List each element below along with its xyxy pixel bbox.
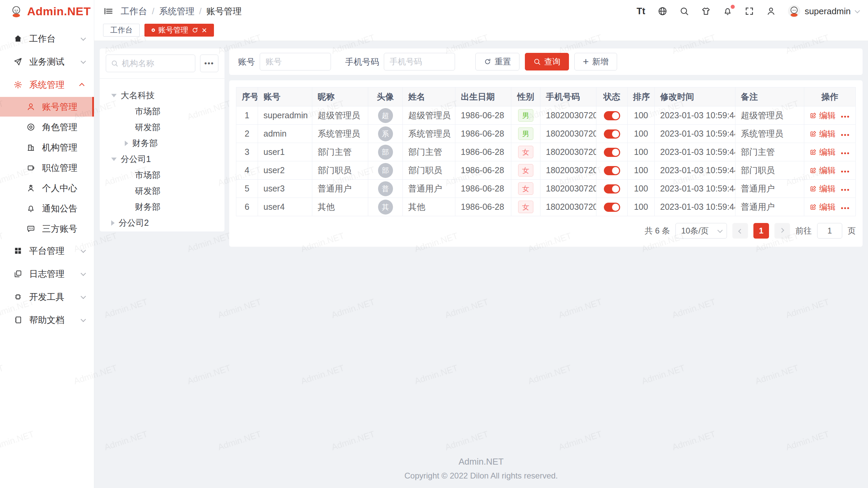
sidebar-item-dev-tools[interactable]: 开发工具 [0, 286, 94, 308]
chat-icon [26, 224, 35, 233]
language-icon[interactable] [657, 6, 668, 16]
status-toggle[interactable] [604, 111, 620, 120]
tree-node[interactable]: 市场部 [104, 167, 220, 183]
system-submenu: 账号管理 角色管理 机构管理 职位管理 个人中心 通知公告 [0, 97, 94, 239]
tree-node[interactable]: 研发部 [104, 183, 220, 199]
app-logo[interactable]: Admin.NET [0, 0, 94, 22]
sidebar-item-account-mgmt[interactable]: 账号管理 [0, 97, 94, 117]
sidebar-item-system-mgmt[interactable]: 系统管理 [0, 74, 94, 96]
sidebar-item-workbench[interactable]: 工作台 [0, 28, 94, 49]
status-toggle[interactable] [604, 203, 620, 212]
gender-badge: 男 [518, 109, 533, 122]
notification-bell-icon[interactable] [723, 6, 733, 16]
edit-button[interactable]: 编辑 [810, 110, 835, 121]
sidebar: Admin.NET 工作台 业务测试 系统管理 账号管理 角色管理 [0, 0, 94, 488]
search-icon[interactable] [679, 6, 689, 16]
close-icon[interactable]: × [202, 26, 207, 35]
edit-button[interactable]: 编辑 [810, 147, 835, 158]
chevron-down-icon [717, 227, 723, 233]
sidebar-item-platform-mgmt[interactable]: 平台管理 [0, 240, 94, 262]
logo-text: Admin.NET [27, 5, 91, 18]
row-more-button[interactable]: ••• [841, 131, 850, 139]
sidebar-item-position-mgmt[interactable]: 职位管理 [0, 158, 94, 178]
sidebar-item-personal-center[interactable]: 个人中心 [0, 178, 94, 198]
sidebar-item-org-mgmt[interactable]: 机构管理 [0, 138, 94, 157]
collapse-icon[interactable] [111, 220, 115, 226]
refresh-icon[interactable] [192, 27, 198, 34]
sidebar-item-role-mgmt[interactable]: 角色管理 [0, 117, 94, 137]
expand-icon[interactable] [111, 94, 117, 97]
tree-node[interactable]: 研发部 [104, 119, 220, 135]
breadcrumb-separator: / [152, 6, 154, 17]
table-row: 5 user3 普通用户 普 普通用户 1986-06-28 女 1802003… [236, 180, 856, 198]
search-button[interactable]: 查询 [525, 53, 569, 70]
gender-badge: 男 [518, 127, 533, 140]
sidebar-item-third-account[interactable]: 三方账号 [0, 219, 94, 239]
org-search-box[interactable]: 机构名称 [106, 55, 195, 72]
tree-more-button[interactable]: ••• [200, 55, 218, 72]
avatar: 系 [378, 126, 393, 141]
edit-button[interactable]: 编辑 [810, 183, 835, 194]
prev-page-button[interactable] [732, 223, 748, 239]
footer-copyright: Copyright © 2022 Dilon All rights reserv… [94, 471, 868, 481]
add-button[interactable]: + 新增 [574, 53, 617, 70]
plus-icon: + [583, 57, 589, 67]
footer-title: Admin.NET [94, 456, 868, 467]
edit-button[interactable]: 编辑 [810, 202, 835, 212]
home-icon [14, 34, 22, 43]
sidebar-item-help-docs[interactable]: 帮助文档 [0, 309, 94, 331]
profile-icon[interactable] [766, 6, 776, 16]
sidebar-item-log-mgmt[interactable]: 日志管理 [0, 263, 94, 285]
sidebar-item-notice[interactable]: 通知公告 [0, 199, 94, 218]
row-more-button[interactable]: ••• [841, 204, 850, 212]
sidebar-item-business-test[interactable]: 业务测试 [0, 51, 94, 73]
avatar [788, 5, 801, 18]
account-filter-input[interactable] [260, 53, 331, 70]
monk-logo-icon [9, 4, 23, 18]
edit-button[interactable]: 编辑 [810, 165, 835, 176]
next-page-button[interactable] [774, 223, 790, 239]
row-more-button[interactable]: ••• [841, 113, 850, 120]
tree-node[interactable]: 财务部 [104, 199, 220, 215]
row-more-button[interactable]: ••• [841, 149, 850, 157]
main-area: 工作台 / 系统管理 / 账号管理 Tt [94, 0, 868, 488]
gender-badge: 女 [518, 164, 533, 177]
page-size-select[interactable]: 10条/页 [675, 223, 727, 239]
tab-account-mgmt[interactable]: 账号管理 × [144, 24, 214, 37]
breadcrumb-item[interactable]: 系统管理 [159, 5, 194, 17]
row-more-button[interactable]: ••• [841, 168, 850, 175]
chevron-down-icon [81, 270, 86, 276]
badge-icon [26, 163, 35, 172]
goto-page-input[interactable] [817, 223, 842, 239]
edit-button[interactable]: 编辑 [810, 128, 835, 139]
page-number-button[interactable]: 1 [753, 223, 769, 239]
tree-node[interactable]: 市场部 [104, 103, 220, 119]
fullscreen-icon[interactable] [744, 6, 754, 16]
tree-node[interactable]: 财务部 [104, 135, 220, 151]
reset-button[interactable]: 重置 [475, 53, 519, 70]
expand-icon[interactable] [111, 158, 117, 161]
status-toggle[interactable] [604, 166, 620, 175]
tree-node[interactable]: 大名科技 [104, 87, 220, 103]
user-icon [26, 102, 35, 111]
sidebar-menu: 工作台 业务测试 系统管理 账号管理 角色管理 机构管理 [0, 22, 94, 332]
breadcrumb-item[interactable]: 工作台 [121, 5, 147, 17]
font-size-icon[interactable]: Tt [636, 6, 646, 17]
accounts-table: 序号 账号 昵称 头像 姓名 出生日期 性别 手机号码 状态 排序 修改时间 [236, 87, 856, 216]
phone-filter-input[interactable] [384, 53, 455, 70]
org-search-placeholder: 机构名称 [122, 58, 154, 69]
row-more-button[interactable]: ••• [841, 186, 850, 194]
avatar: 超 [378, 108, 393, 123]
collapse-icon[interactable] [125, 141, 128, 146]
status-toggle[interactable] [604, 148, 620, 157]
theme-shirt-icon[interactable] [701, 6, 711, 16]
tab-workbench[interactable]: 工作台 [103, 24, 140, 37]
user-menu[interactable]: superadmin [788, 5, 859, 18]
gear-icon [14, 80, 22, 89]
tree-node[interactable]: 分公司2 [104, 215, 220, 231]
search-icon [111, 60, 118, 67]
status-toggle[interactable] [604, 129, 620, 139]
tree-node[interactable]: 分公司1 [104, 151, 220, 167]
status-toggle[interactable] [604, 184, 620, 194]
menu-fold-icon[interactable] [104, 6, 113, 16]
